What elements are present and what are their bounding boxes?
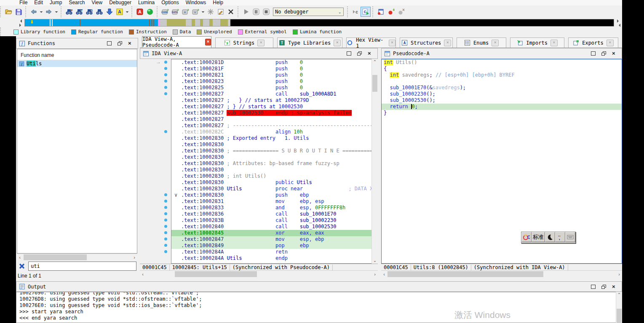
disasm-line[interactable]: .text:10002827 call sub_1000A8D1 bbox=[171, 91, 371, 97]
start-process-button[interactable] bbox=[241, 7, 251, 17]
menu-item-debugger[interactable]: Debugger bbox=[106, 0, 135, 5]
navband-segment[interactable] bbox=[220, 19, 228, 26]
close-icon[interactable]: × bbox=[612, 51, 617, 56]
navband-scroll-left2-icon[interactable] bbox=[617, 24, 620, 27]
add-breakpoint-button[interactable]: + bbox=[386, 7, 396, 17]
maximize-icon[interactable] bbox=[591, 51, 596, 56]
pseudocode-line[interactable] bbox=[382, 78, 622, 85]
save-button[interactable] bbox=[13, 7, 24, 17]
output-titlebar[interactable]: Output × bbox=[16, 281, 622, 292]
disasm-line[interactable]: .text:10002827 bbox=[171, 116, 371, 123]
search-binoculars-hash-button[interactable]: # bbox=[64, 7, 74, 17]
disasm-line[interactable]: ∨.text:10002830 push ebp bbox=[171, 192, 371, 198]
disasm-line[interactable]: .text:1000282C align 10h bbox=[171, 129, 371, 135]
disasm-line[interactable]: .text:10002831 mov ebp, esp bbox=[171, 198, 371, 205]
disasm-line[interactable]: .text:10002833 and esp, 0FFFFFFF8h bbox=[171, 205, 371, 211]
float-icon[interactable] bbox=[357, 51, 362, 56]
tab-imports[interactable]: Imports× bbox=[510, 37, 564, 48]
disassembly-hscroll-thumb[interactable] bbox=[175, 271, 257, 277]
disassembly-view[interactable]: .text:1000281D push 0.text:1000281F push… bbox=[171, 59, 372, 264]
dropdown-button[interactable] bbox=[39, 7, 44, 17]
pseudocode-hscroll-thumb[interactable] bbox=[387, 271, 543, 277]
maximize-icon[interactable] bbox=[347, 51, 351, 56]
menu-item-windows[interactable]: Windows bbox=[182, 0, 210, 5]
scroll-left-icon[interactable]: ‹ bbox=[17, 254, 23, 260]
menu-item-help[interactable]: Help bbox=[209, 0, 227, 5]
tab-close-icon[interactable]: × bbox=[444, 40, 451, 46]
ime-toolbar[interactable]: C标准··, bbox=[521, 232, 576, 243]
make-code-button[interactable]: CODE+ bbox=[160, 7, 170, 17]
disasm-line[interactable]: .text:1000281F push 0 bbox=[171, 66, 371, 72]
tab-close-icon[interactable]: × bbox=[334, 40, 341, 46]
close-icon[interactable]: × bbox=[368, 51, 372, 56]
output-vscroll-thumb[interactable] bbox=[617, 309, 622, 323]
keyboard-button[interactable] bbox=[565, 232, 575, 242]
disassembly-vscroll-thumb[interactable] bbox=[372, 75, 377, 92]
pseudocode-hscrollbar[interactable]: ‹ › bbox=[381, 270, 622, 278]
produce-c-button[interactable]: c bbox=[361, 7, 371, 17]
navband-segment[interactable] bbox=[186, 19, 192, 26]
menu-item-jump[interactable]: Jump bbox=[46, 0, 65, 5]
tab-close-icon[interactable]: × bbox=[607, 40, 614, 46]
pseudocode-titlebar[interactable]: Pseudocode-A × bbox=[381, 48, 622, 59]
tab-exports[interactable]: Exports× bbox=[568, 37, 618, 48]
disasm-line[interactable]: .text:10002830 bbox=[171, 167, 371, 173]
navband-scroll-right2-icon[interactable] bbox=[617, 19, 620, 23]
maximize-icon[interactable] bbox=[107, 41, 112, 45]
debugger-select[interactable]: No debugger⌄ bbox=[273, 8, 344, 16]
output-log[interactable]: 10027690: using guessed type void *std::… bbox=[16, 292, 616, 323]
disasm-line[interactable]: .text:10002830 public Utils bbox=[171, 179, 371, 186]
jump-down-button[interactable] bbox=[104, 7, 115, 17]
navband-right-arrows[interactable] bbox=[616, 19, 621, 27]
menu-item-file[interactable]: File bbox=[16, 0, 31, 5]
close-icon[interactable]: × bbox=[612, 285, 617, 289]
pseudocode-line[interactable]: sub_10002230(); bbox=[382, 91, 622, 97]
tab-type-libraries[interactable]: TType Libraries× bbox=[277, 37, 342, 48]
search-binoculars-button[interactable] bbox=[94, 7, 104, 17]
tab-close-icon[interactable]: × bbox=[205, 39, 211, 45]
navband-segment[interactable] bbox=[192, 19, 195, 26]
functions-filter-input[interactable] bbox=[28, 262, 136, 271]
scroll-left-icon[interactable]: ‹ bbox=[381, 271, 387, 277]
tab-hex-view-1[interactable]: Hex View-1× bbox=[346, 37, 396, 48]
navigation-band[interactable]: ⬇ bbox=[24, 19, 614, 27]
disasm-line[interactable]: .text:1000283B call sub_10002230 bbox=[171, 217, 371, 224]
disasm-line[interactable]: .text:10002830 bbox=[171, 141, 371, 148]
punctuation-button[interactable]: ··, bbox=[555, 232, 565, 242]
scroll-up-icon[interactable]: ⌃ bbox=[372, 59, 378, 65]
tab-close-icon[interactable]: × bbox=[389, 40, 396, 46]
delete-button[interactable] bbox=[226, 7, 236, 17]
breakpoint-list-button[interactable] bbox=[376, 7, 386, 17]
make-data-button[interactable]: DATA+ bbox=[170, 7, 180, 17]
search-binoculars-values-button[interactable]: 1 bbox=[84, 7, 94, 17]
scroll-right-icon[interactable]: › bbox=[372, 271, 378, 277]
tab-close-icon[interactable]: × bbox=[257, 40, 265, 46]
functions-column-header[interactable]: Function name bbox=[17, 49, 137, 60]
function-row[interactable]: fUtils bbox=[17, 60, 137, 67]
navband-scroll-left-icon[interactable] bbox=[19, 19, 22, 23]
scroll-left-icon[interactable]: ‹ bbox=[140, 271, 146, 277]
navband-segment[interactable] bbox=[195, 19, 200, 26]
disasm-line[interactable]: .text:10002830 ; Attributes: bp-based fr… bbox=[171, 160, 371, 167]
menu-item-edit[interactable]: Edit bbox=[31, 0, 46, 5]
functions-hscroll-thumb[interactable] bbox=[24, 254, 87, 260]
attach-button[interactable]: c bbox=[350, 7, 361, 17]
tab-ida-view-a-pseudocode-a[interactable]: IDA View-A, Pseudocode-A× bbox=[142, 36, 211, 48]
tab-close-icon[interactable]: × bbox=[550, 40, 558, 46]
disasm-line[interactable]: .text:1000281D push 0 bbox=[171, 59, 371, 66]
disasm-line[interactable]: .text:10002849 pop ebp bbox=[171, 243, 371, 249]
disasm-line[interactable]: .text:10002827 ; -----------------------… bbox=[171, 123, 371, 129]
navband-segment[interactable] bbox=[209, 19, 213, 26]
navband-scroll-right-icon[interactable] bbox=[19, 24, 23, 27]
disasm-line[interactable]: .text:10002827 ; } // starts at 10002530 bbox=[171, 104, 371, 110]
menu-item-search[interactable]: Search bbox=[65, 0, 88, 5]
disassembly-hscrollbar[interactable]: ‹ › bbox=[140, 270, 378, 278]
scroll-up-icon[interactable]: ⌃ bbox=[616, 292, 622, 298]
menu-item-view[interactable]: View bbox=[88, 0, 106, 5]
maximize-icon[interactable] bbox=[591, 285, 596, 289]
navband-segment[interactable] bbox=[203, 19, 209, 26]
tab-structures[interactable]: AStructures× bbox=[400, 37, 453, 48]
menu-item-options[interactable]: Options bbox=[158, 0, 182, 5]
disasm-line[interactable]: .text:10002830 Utils proc near ; DATA XR… bbox=[171, 186, 371, 192]
disasm-line[interactable]: .text:1000284A retn bbox=[171, 249, 371, 255]
